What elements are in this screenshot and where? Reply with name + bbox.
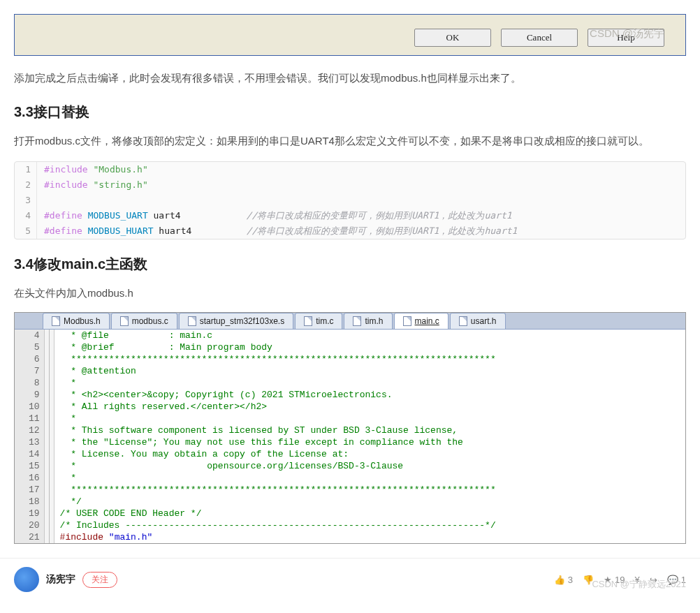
ide-code: * @file : main.c * @brief : Main program…	[54, 330, 685, 543]
file-icon	[188, 316, 196, 326]
ide-tab: usart.h	[450, 313, 506, 329]
code-block: 1#include "Modbus.h" 2#include "string.h…	[14, 161, 686, 239]
thumb-up-icon: 👍	[554, 575, 565, 585]
ide-tab: tim.h	[344, 313, 392, 329]
ide-tab-bar: Modbus.hmodbus.cstartup_stm32f103xe.stim…	[15, 313, 685, 330]
paragraph: 在头文件内加入modbus.h	[14, 283, 686, 302]
avatar[interactable]	[14, 567, 39, 592]
heading-3-4: 3.4修改main.c主函数	[14, 255, 686, 274]
ide-screenshot: Modbus.hmodbus.cstartup_stm32f103xe.stim…	[14, 312, 686, 544]
tab-label: usart.h	[471, 316, 497, 326]
ide-tab: tim.c	[295, 313, 342, 329]
cancel-button: Cancel	[501, 29, 578, 47]
ide-tab: main.c	[394, 313, 449, 329]
line-number: 5	[15, 223, 37, 239]
line-number: 3	[15, 193, 37, 208]
file-icon	[459, 316, 467, 326]
ide-tab: Modbus.h	[43, 313, 110, 329]
tab-label: Modbus.h	[64, 316, 101, 326]
file-icon	[52, 316, 60, 326]
tab-label: tim.h	[365, 316, 383, 326]
line-number: 2	[15, 177, 37, 193]
ide-tab: startup_stm32f103xe.s	[179, 313, 293, 329]
ok-button: OK	[414, 29, 491, 47]
file-icon	[403, 316, 411, 326]
line-number: 1	[15, 162, 37, 177]
dialog-screenshot: CSDN @汤宪宇 OK Cancel Help	[14, 14, 686, 56]
tab-label: modbus.c	[132, 316, 168, 326]
ide-gutter: 456789101112131415161718192021	[15, 330, 45, 543]
line-number: 4	[15, 208, 37, 223]
tab-label: tim.c	[316, 316, 333, 326]
file-icon	[120, 316, 129, 326]
tab-label: startup_stm32f103xe.s	[200, 316, 284, 326]
paragraph: 添加完成之后点击编译，此时会发现有很多错误，不用理会错误。我们可以发现modbu…	[14, 68, 686, 87]
tab-label: main.c	[415, 316, 439, 326]
author-name[interactable]: 汤宪宇	[46, 573, 75, 586]
watermark-text: CSDN @宁静致远2021	[592, 578, 686, 591]
paragraph: 打开modbus.c文件，将修改顶部的宏定义：如果用到的串口是UART4那么宏定…	[14, 131, 686, 150]
like-button[interactable]: 👍3	[554, 575, 573, 585]
follow-button[interactable]: 关注	[82, 572, 117, 588]
article-footer: 汤宪宇 关注 👍3 👎 ★19 ¥ ↪ 💬1 CSDN @宁静致远2021	[0, 558, 700, 600]
ide-tab: modbus.c	[111, 313, 177, 329]
heading-3-3: 3.3接口替换	[14, 103, 686, 121]
fold-column	[45, 330, 54, 543]
file-icon	[304, 316, 312, 326]
file-icon	[353, 316, 361, 326]
watermark-text: CSDN @汤宪宇	[590, 27, 664, 40]
